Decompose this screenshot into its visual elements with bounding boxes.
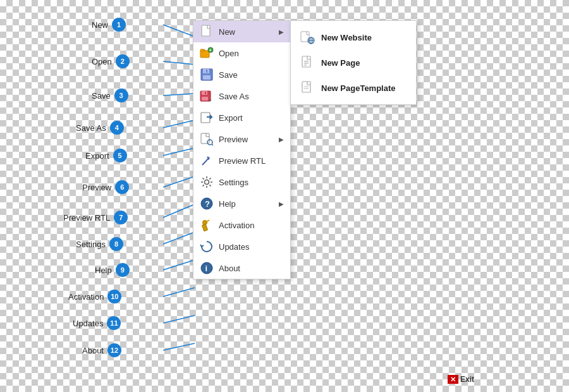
save-icon [200, 68, 214, 82]
svg-rect-28 [201, 133, 209, 144]
menu-item-activation[interactable]: Activation [193, 214, 290, 236]
exit-button[interactable]: ✕Exit [448, 373, 474, 384]
svg-rect-44 [202, 224, 207, 231]
menu-item-updates[interactable]: Updates [193, 236, 290, 257]
svg-line-37 [203, 178, 204, 180]
svg-line-5 [163, 176, 195, 187]
submenu-item-new-page[interactable]: New Page [291, 50, 416, 75]
annotation-new: New 1 [92, 18, 126, 32]
svg-rect-23 [202, 97, 208, 101]
preview-arrow-icon: ▶ [279, 136, 284, 143]
svg-line-3 [163, 120, 195, 128]
svg-line-40 [203, 185, 204, 186]
menu-item-export[interactable]: Export [193, 107, 290, 128]
submenu-item-new-pagetemplate[interactable]: New PageTemplate [291, 75, 416, 101]
svg-rect-19 [203, 75, 211, 80]
about-icon: i [200, 261, 214, 275]
menu-item-preview[interactable]: Preview ▶ [193, 128, 290, 150]
menu-item-save[interactable]: Save [193, 64, 290, 85]
svg-rect-20 [206, 70, 207, 73]
menu-item-open[interactable]: + Open [193, 42, 290, 64]
annotation-save: Save 3 [92, 89, 128, 102]
svg-line-2 [163, 94, 195, 95]
annotation-updates: Updates 11 [73, 316, 121, 330]
svg-rect-22 [202, 91, 207, 95]
svg-rect-12 [202, 25, 210, 36]
annotation-settings: Settings 8 [76, 237, 123, 251]
open-icon: + [200, 46, 214, 60]
saveas-icon: + [200, 89, 214, 103]
svg-text:+: + [209, 97, 212, 102]
svg-line-4 [163, 148, 195, 156]
svg-line-1 [163, 61, 195, 64]
svg-line-0 [163, 25, 195, 37]
svg-rect-24 [205, 92, 206, 94]
updates-icon [200, 240, 214, 254]
website-icon [300, 30, 315, 45]
svg-line-10 [163, 315, 195, 323]
main-menu: New ▶ + Open Save [193, 20, 291, 279]
svg-line-11 [163, 343, 195, 350]
help-icon: ? [200, 197, 214, 211]
menu-item-previewrtl[interactable]: Preview RTL [193, 150, 290, 171]
arrow-icon: ▶ [279, 28, 284, 35]
annotation-saveas: Save As 4 [76, 121, 124, 135]
menu-item-new[interactable]: New ▶ [193, 21, 290, 42]
svg-line-38 [209, 185, 211, 186]
exit-x-icon: ✕ [448, 375, 458, 384]
page-icon [300, 55, 315, 70]
svg-text:i: i [205, 264, 208, 273]
new-icon [200, 25, 214, 39]
submenu-item-new-website[interactable]: New Website [291, 25, 416, 50]
annotation-about: About 12 [82, 343, 121, 357]
activation-icon [200, 218, 214, 232]
annotation-activation: Activation 10 [68, 290, 121, 303]
svg-line-39 [209, 178, 211, 180]
submenu: New Website New Page New PageTemplate [290, 20, 417, 105]
svg-line-30 [212, 144, 213, 145]
annotation-open: Open 2 [92, 54, 130, 68]
settings-icon [200, 175, 214, 189]
annotation-export: Export 5 [85, 149, 127, 162]
previewrtl-icon [200, 154, 214, 168]
svg-line-7 [163, 232, 195, 244]
svg-rect-13 [200, 51, 209, 58]
annotation-preview: Preview 6 [82, 180, 129, 194]
annotation-previewrtl: Preview RTL 7 [63, 211, 128, 224]
svg-line-8 [163, 260, 195, 270]
pagetemplate-icon [300, 80, 315, 95]
annotation-help: Help 9 [95, 263, 130, 277]
help-arrow-icon: ▶ [279, 200, 284, 207]
menu-item-saveas[interactable]: + Save As [193, 85, 290, 107]
menu-item-settings[interactable]: Settings [193, 171, 290, 193]
svg-text:?: ? [205, 199, 210, 209]
svg-rect-14 [200, 49, 205, 51]
svg-line-9 [163, 288, 195, 297]
menu-item-about[interactable]: i About [193, 257, 290, 279]
preview-icon [200, 132, 214, 146]
svg-point-32 [205, 180, 209, 185]
export-icon [200, 111, 214, 125]
svg-line-6 [163, 204, 195, 217]
menu-item-help[interactable]: ? Help ▶ [193, 193, 290, 214]
svg-text:+: + [209, 48, 212, 52]
